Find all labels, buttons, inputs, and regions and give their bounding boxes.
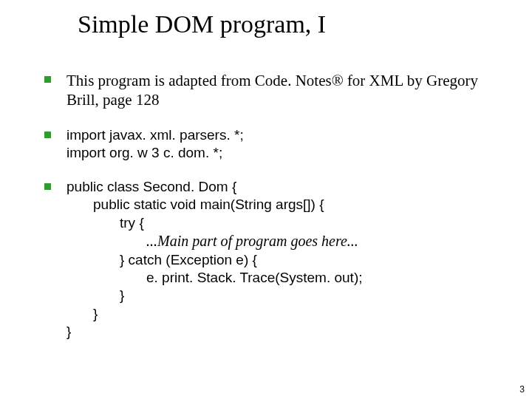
slide-body: This program is adapted from Code. Notes… [44,71,510,357]
code-line: } [66,324,71,339]
slide-title: Simple DOM program, I [78,10,326,38]
imports-block: import javax. xml. parsers. *; import or… [66,126,510,163]
code-line: public static void main(String args[]) { [66,196,510,214]
code-line: public class Second. Dom { [66,179,236,194]
import-line-2: import org. w 3 c. dom. *; [66,145,222,160]
page-number: 3 [519,384,525,395]
code-line: } catch (Exception e) { [66,251,510,269]
slide: Simple DOM program, I This program is ad… [0,0,532,399]
square-bullet-icon [44,76,51,83]
code-line: } [66,305,510,323]
square-bullet-icon [44,132,51,138]
code-line: try { [66,214,510,232]
bullet-item-intro: This program is adapted from Code. Notes… [44,71,510,110]
code-line: } [66,287,510,304]
bullet-item-imports: import javax. xml. parsers. *; import or… [44,126,510,163]
code-line: e. print. Stack. Trace(System. out); [66,269,510,287]
code-block: public class Second. Dom { public static… [66,178,510,341]
intro-text: This program is adapted from Code. Notes… [66,71,510,110]
import-line-1: import javax. xml. parsers. *; [66,127,244,143]
bullet-item-code: public class Second. Dom { public static… [44,178,510,341]
code-comment: ...Main part of program goes here... [66,232,510,251]
square-bullet-icon [44,183,51,190]
